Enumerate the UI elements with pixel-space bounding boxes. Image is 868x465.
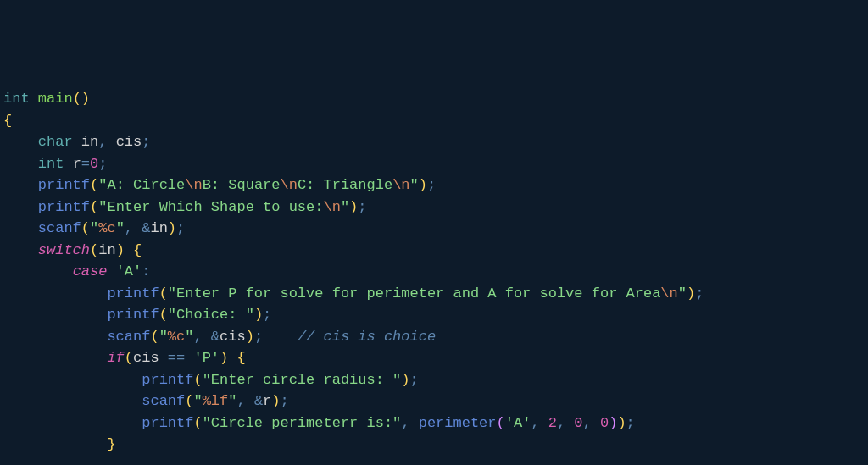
token-punct: ,	[401, 415, 418, 431]
token-paren: (	[90, 199, 98, 215]
token-paren: (	[150, 329, 159, 345]
token-paren: (	[90, 177, 98, 193]
token-kw-control: if	[107, 350, 124, 366]
token-string: "A: Circle	[98, 177, 185, 193]
token-fn-call: perimeter	[419, 415, 497, 431]
code-line[interactable]: printf("Choice: ");	[3, 304, 865, 326]
token-fn-call: scanf	[142, 393, 185, 409]
token-paren: (	[193, 415, 202, 431]
token-op: &	[254, 393, 263, 409]
code-line[interactable]: }	[3, 434, 865, 456]
token-paren: (	[90, 242, 98, 258]
token-ident: cis	[133, 350, 159, 366]
token-op: =	[81, 156, 90, 172]
token-brace: {	[236, 350, 245, 366]
token-paren: )	[687, 285, 695, 302]
token-kw-type: char	[38, 134, 73, 150]
code-line[interactable]: {	[3, 110, 865, 132]
token-paren: )	[271, 393, 280, 409]
token-punct: ,	[583, 415, 600, 431]
code-line[interactable]: case 'A':	[3, 261, 865, 283]
token-escape: %lf	[203, 393, 229, 409]
token-fn-call: printf	[107, 307, 159, 323]
token-string: "Enter P for solve for perimeter and A f…	[168, 285, 661, 302]
token-brace: {	[3, 113, 12, 129]
code-line[interactable]: int main()	[3, 88, 865, 110]
token-fn-call: scanf	[38, 220, 81, 236]
code-line[interactable]: if(cis == 'P') {	[3, 347, 865, 369]
token-string: "Choice: "	[168, 307, 254, 323]
token-paren: )	[617, 415, 626, 431]
token-charlit: 'A'	[505, 415, 531, 431]
code-line[interactable]: printf("Circle perimeterr is:", perimete…	[3, 412, 865, 435]
token-op: &	[142, 220, 150, 236]
token-ident: r	[73, 156, 81, 172]
token-number: 0	[600, 415, 609, 431]
token-paren: ()	[73, 91, 90, 107]
token-punct: ;	[410, 372, 419, 388]
token-escape: \n	[185, 177, 202, 193]
token-string: "	[193, 393, 202, 409]
token-string: "	[678, 285, 687, 302]
code-line[interactable]: int r=0;	[3, 153, 865, 175]
token-ident: r	[263, 393, 271, 409]
token-ident: in	[81, 134, 98, 150]
code-line[interactable]: printf("Enter circle radius: ");	[3, 369, 865, 391]
token-paren: )	[401, 372, 409, 388]
token-brace: }	[107, 436, 115, 452]
token-punct: ;	[626, 415, 635, 431]
code-line[interactable]: printf("A: Circle\nB: Square\nC: Triangl…	[3, 174, 865, 197]
token-escape: \n	[392, 177, 409, 193]
token-paren: )	[419, 177, 427, 193]
token-op: ==	[168, 350, 185, 366]
token-kw-control: switch	[38, 242, 90, 258]
code-line[interactable]: printf("Enter Which Shape to use:\n");	[3, 197, 865, 219]
token-string: "	[116, 220, 125, 236]
token-number: 2	[548, 415, 557, 431]
token-fn-call: printf	[142, 372, 193, 388]
token-string: "	[90, 220, 98, 236]
token-ident: in	[98, 242, 115, 258]
code-line[interactable]: switch(in) {	[3, 240, 865, 262]
token-bracket: )	[609, 415, 617, 431]
token-charlit: 'P'	[193, 350, 220, 366]
token-paren: (	[125, 350, 133, 366]
code-line[interactable]: char in, cis;	[3, 131, 865, 153]
token-fn-call: printf	[38, 199, 90, 215]
token-paren: (	[81, 220, 90, 236]
token-ident: cis	[220, 329, 246, 345]
token-punct: ,	[557, 415, 574, 431]
token-string: B: Square	[203, 177, 281, 193]
token-escape: %c	[168, 329, 185, 345]
token-paren: )	[220, 350, 228, 366]
code-line[interactable]	[3, 456, 865, 466]
token-charlit: 'A'	[116, 263, 142, 280]
token-punct: ,	[193, 329, 210, 345]
token-fn-call: printf	[38, 177, 90, 193]
token-punct: ;	[176, 220, 185, 236]
token-fn-call: printf	[142, 415, 193, 431]
code-line[interactable]: scanf("%lf", &r);	[3, 390, 865, 412]
code-editor[interactable]: int main() { char in, cis; int r=0; prin…	[3, 88, 865, 465]
token-string: C: Triangle	[298, 177, 392, 193]
token-string: "	[159, 329, 168, 345]
token-paren: )	[168, 220, 176, 236]
code-line[interactable]: scanf("%c", &in);	[3, 218, 865, 240]
token-punct: ,	[125, 220, 142, 236]
token-paren: )	[116, 242, 125, 258]
token-paren: (	[193, 372, 202, 388]
token-punct: ;	[254, 329, 263, 345]
token-punct: ,	[236, 393, 253, 409]
token-string: "	[341, 199, 349, 215]
token-escape: \n	[323, 199, 340, 215]
token-punct: ;	[263, 307, 271, 323]
token-string: "Enter circle radius: "	[203, 372, 402, 388]
code-line[interactable]: printf("Enter P for solve for perimeter …	[3, 283, 865, 305]
token-paren: )	[246, 329, 254, 345]
token-paren: )	[349, 199, 358, 215]
token-ident: in	[150, 220, 167, 236]
code-line[interactable]: scanf("%c", &cis); // cis is choice	[3, 326, 865, 348]
token-number: 0	[90, 156, 98, 172]
token-kw-case: case	[73, 263, 108, 280]
token-string: "	[410, 177, 419, 193]
